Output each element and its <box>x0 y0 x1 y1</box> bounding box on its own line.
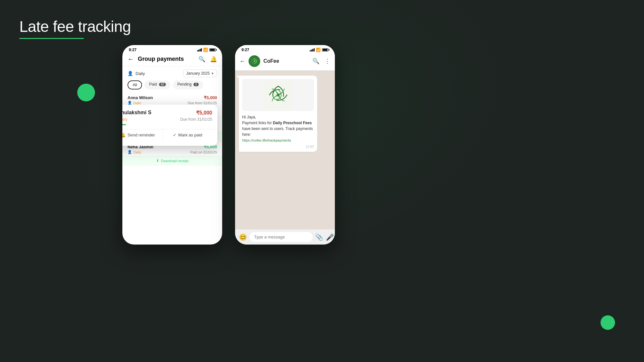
popup-sub: 👤 Daily Due from 31/01/25 <box>122 117 212 122</box>
popup-paid-label: Mark as paid <box>178 133 202 137</box>
month-dropdown[interactable]: January 2025 ▼ <box>183 70 217 77</box>
svg-point-3 <box>277 94 279 96</box>
download-icon-neha: ⬇ <box>156 159 159 163</box>
popup-amount: ₹5,000 <box>196 110 212 116</box>
wa-text2: have been sent to users. Track payments … <box>242 126 313 137</box>
popup-type: 👤 Daily <box>122 117 128 122</box>
battery-icon-right <box>322 48 328 51</box>
cofee-avatar-logo <box>249 55 260 67</box>
anna-type-label: Daily <box>133 101 141 105</box>
tab-pending-count: 5 <box>194 83 199 86</box>
page-title: Late fee tracking <box>19 18 131 35</box>
search-icon-left[interactable]: 🔍 <box>198 56 205 63</box>
wa-attach-button[interactable]: 📎 <box>315 233 323 241</box>
signal-bar-4 <box>201 48 202 51</box>
anna-name: Anna Wilson <box>128 95 153 100</box>
payment-popup: Sethulakshmi S ₹5,000 👤 Daily Due from 3… <box>122 105 217 146</box>
neha-download[interactable]: ⬇ Download receipt <box>122 156 222 165</box>
battery-fill-right <box>323 49 327 51</box>
tab-paid-count: 40 <box>159 83 166 86</box>
popup-send-reminder[interactable]: 🔔 Send reminder <box>122 129 163 141</box>
dropdown-arrow: ▼ <box>211 72 214 75</box>
attach-icon: 📎 <box>315 233 323 241</box>
phones-container: 9:27 📶 ← Group payments 🔍 🔔 <box>122 45 335 245</box>
status-time-left: 9:27 <box>129 48 137 52</box>
green-circle-right <box>601 315 615 330</box>
popup-header: Sethulakshmi S ₹5,000 <box>122 110 212 116</box>
neha-paid-date: Paid on 01/02/25 <box>190 150 217 154</box>
wa-message-link[interactable]: https://cofee.life/trackpayments <box>242 138 291 142</box>
left-phone: 9:27 📶 ← Group payments 🔍 🔔 <box>122 45 222 245</box>
signal-bar-r3 <box>312 49 313 51</box>
emoji-icon: 😊 <box>239 233 247 241</box>
status-icons-left: 📶 <box>197 48 216 52</box>
signal-bar-r4 <box>314 48 315 51</box>
person-icon: 👤 <box>128 71 133 76</box>
popup-underline <box>122 124 126 125</box>
wa-search-icon[interactable]: 🔍 <box>312 58 319 65</box>
wa-input-area: 😊 📎 🎤 <box>235 229 335 245</box>
status-bar-right: 9:27 📶 <box>235 45 335 53</box>
mic-icon: 🎤 <box>326 233 334 241</box>
filter-row: 👤 Daily January 2025 ▼ <box>122 66 222 80</box>
anna-header: Anna Wilson ₹5,000 <box>128 95 217 100</box>
popup-type-label: Daily <box>122 117 128 122</box>
wa-message-bubble: Hi Jaya, Payment links for Daily Prescho… <box>239 76 317 152</box>
wa-text1: Payment links for <box>242 121 273 125</box>
neha-sub: 👤 Daily Paid on 01/02/25 <box>128 150 217 154</box>
status-time-right: 9:27 <box>242 48 249 52</box>
svg-point-1 <box>254 60 255 62</box>
wa-logo-area <box>242 79 314 111</box>
popup-mark-paid[interactable]: ✓ Mark as paid <box>163 129 213 141</box>
status-icons-right: 📶 <box>310 48 328 52</box>
popup-name: Sethulakshmi S <box>122 110 151 116</box>
tab-pending-label: Pending <box>177 82 192 87</box>
month-label: January 2025 <box>186 71 210 76</box>
popup-actions: 🔔 Send reminder ✓ Mark as paid <box>122 129 217 141</box>
signal-bars-right <box>310 48 315 51</box>
popup-bell-icon: 🔔 <box>122 133 126 137</box>
signal-bar-r1 <box>310 50 311 51</box>
back-arrow-left[interactable]: ← <box>128 55 134 63</box>
page-title-section: Late fee tracking <box>19 18 131 39</box>
neha-type: 👤 Daily <box>128 150 141 154</box>
neha-person-icon: 👤 <box>128 150 132 154</box>
wa-greeting: Hi Jaya, <box>242 115 256 119</box>
header-icons-left: 🔍 🔔 <box>198 56 217 63</box>
popup-due: Due from 31/01/25 <box>180 117 212 122</box>
wa-message-text: Hi Jaya, Payment links for Daily Prescho… <box>242 114 314 143</box>
wa-header-icons: 🔍 ⋮ <box>312 58 330 65</box>
cofee-logo-svg <box>264 80 293 109</box>
group-payments-title: Group payments <box>138 56 194 62</box>
wifi-icon-right: 📶 <box>316 48 321 52</box>
wa-mic-button[interactable]: 🎤 <box>326 233 334 241</box>
signal-bar-1 <box>197 50 198 51</box>
tab-all[interactable]: All <box>128 80 142 89</box>
wa-more-icon[interactable]: ⋮ <box>325 58 330 65</box>
wa-message-input[interactable] <box>250 232 313 242</box>
wa-chat-name: CoFee <box>263 58 309 64</box>
wa-bold-text: Daily Preschool Fees <box>273 121 312 125</box>
wa-back-arrow[interactable]: ← <box>240 58 245 65</box>
anna-due: Due from 31/01/25 <box>188 101 217 105</box>
battery-icon <box>209 48 216 51</box>
tab-paid-label: Paid <box>149 82 157 87</box>
signal-bar-3 <box>200 49 201 51</box>
status-bar-left: 9:27 📶 <box>122 45 222 53</box>
wifi-icon: 📶 <box>203 48 208 52</box>
tab-pending[interactable]: Pending 5 <box>173 80 203 89</box>
signal-bar-2 <box>198 50 199 51</box>
tabs-row: All Paid 40 Pending 5 <box>122 80 222 92</box>
neha-type-label: Daily <box>133 150 141 154</box>
anna-amount: ₹5,000 <box>204 95 217 100</box>
green-circle-left <box>77 84 95 101</box>
tab-paid[interactable]: Paid 40 <box>145 80 170 89</box>
wa-avatar <box>249 55 260 67</box>
signal-bar-r2 <box>311 50 312 51</box>
bell-icon-left[interactable]: 🔔 <box>210 56 217 63</box>
left-phone-header: ← Group payments 🔍 🔔 <box>122 53 222 66</box>
wa-chat-area: Hi Jaya, Payment links for Daily Prescho… <box>235 70 335 229</box>
tab-all-label: All <box>133 83 137 87</box>
wa-emoji-button[interactable]: 😊 <box>239 233 247 241</box>
popup-check-icon: ✓ <box>173 133 176 137</box>
